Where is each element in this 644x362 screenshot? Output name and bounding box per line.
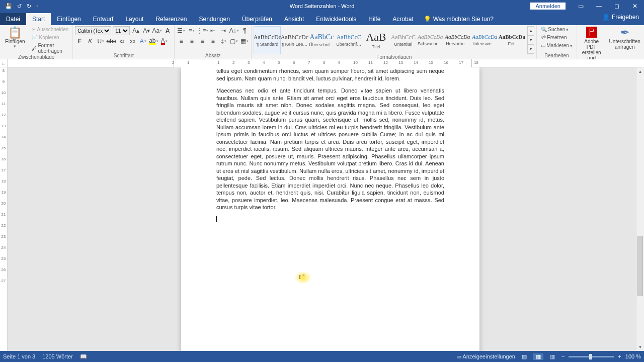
tab-start[interactable]: Start (26, 13, 51, 25)
proofing-icon[interactable]: 📖 (80, 353, 87, 360)
copy-button[interactable]: 📄Kopieren (30, 34, 70, 41)
ruler-horizontal[interactable]: ∟ 21123456789101112131415161718 (0, 59, 644, 67)
font-size-select[interactable]: 11 (113, 26, 130, 35)
styles-scroll[interactable]: ▲ ▼ ▾ (527, 26, 534, 54)
font-name-select[interactable]: Calibri (Textkörper) (75, 26, 111, 35)
style-item[interactable]: AaBbCcDaSchwache… (417, 26, 444, 54)
tab-acrobat[interactable]: Acrobat (386, 13, 419, 25)
sort-icon[interactable]: A↓ (229, 26, 238, 35)
tell-me[interactable]: 💡 Was möchten Sie tun? (420, 13, 498, 25)
shading-icon[interactable]: ▢ (229, 37, 238, 46)
style-item[interactable]: AaBbCcDc¶ Standard (254, 26, 281, 54)
paragraph[interactable]: Maecenas nec odio et ante tincidunt temp… (216, 87, 444, 211)
maximize-icon[interactable]: ◻ (608, 3, 626, 10)
group-styles: AaBbCcDc¶ StandardAaBbCcDc¶ Kein Lee…AaB… (252, 25, 537, 59)
ribbon-options-icon[interactable]: ▭ (572, 3, 590, 10)
tab-design[interactable]: Entwurf (87, 13, 120, 25)
bullets-icon[interactable]: ☰ (177, 26, 186, 35)
clear-format-icon[interactable]: A̷ (163, 26, 172, 35)
styles-expand-icon[interactable]: ▾ (528, 45, 534, 54)
underline-button[interactable]: U (96, 37, 105, 46)
select-button[interactable]: ▭Markieren▾ (539, 42, 574, 49)
word-count[interactable]: 1205 Wörter (42, 353, 73, 360)
style-item[interactable]: AaBbCcDaHervorhe… (444, 26, 471, 54)
chevron-down-icon[interactable]: ▼ (528, 36, 534, 45)
zoom-in-icon[interactable]: + (618, 353, 621, 359)
chevron-up-icon[interactable]: ▲ (528, 27, 534, 36)
zoom-level[interactable]: 100 % (625, 353, 641, 359)
line-spacing-icon[interactable]: ‡ (219, 37, 228, 46)
tab-layout[interactable]: Layout (119, 13, 149, 25)
style-item[interactable]: AaBbCcDaIntensive… (471, 26, 498, 54)
style-item[interactable]: AaBbCcDc¶ Kein Lee… (281, 26, 308, 54)
styles-gallery[interactable]: AaBbCcDc¶ StandardAaBbCcDc¶ Kein Lee…AaB… (254, 26, 525, 54)
paragraph[interactable]: tellus eget condimentum rhoncus, sem qua… (216, 67, 444, 82)
style-item[interactable]: AaBbCcDaFett (498, 26, 525, 54)
borders-icon[interactable]: ▦ (240, 37, 249, 46)
qat-customize-icon[interactable]: ▾ (36, 4, 39, 9)
style-item[interactable]: AaBTitel (362, 26, 389, 54)
undo-icon[interactable]: ↺ (17, 3, 22, 10)
tab-references[interactable]: Referenzen (149, 13, 193, 25)
scroll-thumb[interactable] (637, 236, 643, 296)
page[interactable]: tellus eget condimentum rhoncus, sem qua… (181, 67, 479, 351)
shrink-font-icon[interactable]: A▾ (142, 26, 151, 35)
subscript-button[interactable]: x2 (117, 37, 126, 46)
multilevel-icon[interactable]: ⋮≡ (198, 26, 207, 35)
align-center-icon[interactable]: ≡ (187, 37, 196, 46)
justify-icon[interactable]: ≡ (208, 37, 217, 46)
paste-button[interactable]: 📋 Einfügen ▾ (2, 26, 28, 50)
login-button[interactable]: Anmelden (530, 3, 566, 10)
tab-review[interactable]: Überprüfen (236, 13, 278, 25)
align-right-icon[interactable]: ≡ (198, 37, 207, 46)
text-effects-icon[interactable]: A (138, 37, 147, 46)
tab-view[interactable]: Ansicht (278, 13, 310, 25)
zoom-slider[interactable] (569, 356, 614, 357)
style-item[interactable]: AaBbCcCUntertitel (389, 26, 417, 54)
tab-file[interactable]: Datei (0, 13, 26, 25)
scroll-down-icon[interactable]: ▼ (636, 343, 644, 351)
bold-button[interactable]: F (75, 37, 84, 46)
zoom-handle[interactable] (589, 354, 592, 359)
strikethrough-button[interactable]: abc (107, 37, 116, 46)
style-item[interactable]: AaBbCcCÜberschrif… (335, 26, 362, 54)
style-item[interactable]: AaBbCcÜberschrif… (308, 26, 335, 54)
highlight-color-icon[interactable]: ab (149, 37, 158, 46)
change-case-icon[interactable]: Aa (152, 26, 162, 35)
web-layout-icon[interactable]: ▥ (547, 353, 557, 360)
scroll-up-icon[interactable]: ▲ (636, 67, 644, 75)
find-button[interactable]: 🔍Suchen▾ (539, 26, 574, 33)
paragraph[interactable] (216, 216, 444, 224)
page-status[interactable]: Seite 1 von 3 (3, 353, 35, 360)
replace-button[interactable]: ᵃ⁄ᵇErsetzen (539, 34, 574, 41)
scrollbar-vertical[interactable]: ▲ ▼ (636, 67, 644, 351)
read-mode-icon[interactable]: ▤ (519, 353, 529, 360)
indent-icon[interactable]: ⇥ (219, 26, 228, 35)
format-painter-button[interactable]: 🖌Format übertragen (30, 42, 70, 54)
cut-button[interactable]: ✂Ausschneiden (30, 26, 70, 33)
tab-insert[interactable]: Einfügen (51, 13, 87, 25)
minimize-icon[interactable]: — (590, 3, 608, 10)
print-layout-icon[interactable]: ▦ (533, 353, 543, 360)
grow-font-icon[interactable]: A▴ (131, 26, 140, 35)
save-icon[interactable]: 💾 (5, 3, 12, 10)
superscript-button[interactable]: x2 (128, 37, 137, 46)
outdent-icon[interactable]: ⇤ (208, 26, 217, 35)
display-settings[interactable]: ▭ Anzeigeeinstellungen (456, 353, 515, 360)
tab-selector-icon[interactable]: ∟ (0, 59, 8, 67)
tab-developer[interactable]: Entwicklertools (310, 13, 362, 25)
redo-icon[interactable]: ↻ (27, 3, 31, 10)
document-canvas[interactable]: tellus eget condimentum rhoncus, sem qua… (8, 67, 644, 351)
close-icon[interactable]: ✕ (626, 3, 644, 10)
numbering-icon[interactable]: ≡ (187, 26, 196, 35)
font-color-icon[interactable]: A (159, 37, 169, 46)
zoom-out-icon[interactable]: − (561, 353, 565, 359)
italic-button[interactable]: K (86, 37, 95, 46)
ruler-vertical[interactable]: 89101112131415161718192021222324252627 (0, 67, 8, 351)
share-button[interactable]: 👤 Freigeben (602, 14, 639, 21)
request-signatures-button[interactable]: ✒ Unterschriftenanfragen (606, 26, 643, 51)
tab-help[interactable]: Hilfe (362, 13, 386, 25)
tab-mailings[interactable]: Sendungen (193, 13, 236, 25)
align-left-icon[interactable]: ≡ (177, 37, 186, 46)
show-marks-icon[interactable]: ¶ (240, 26, 249, 35)
